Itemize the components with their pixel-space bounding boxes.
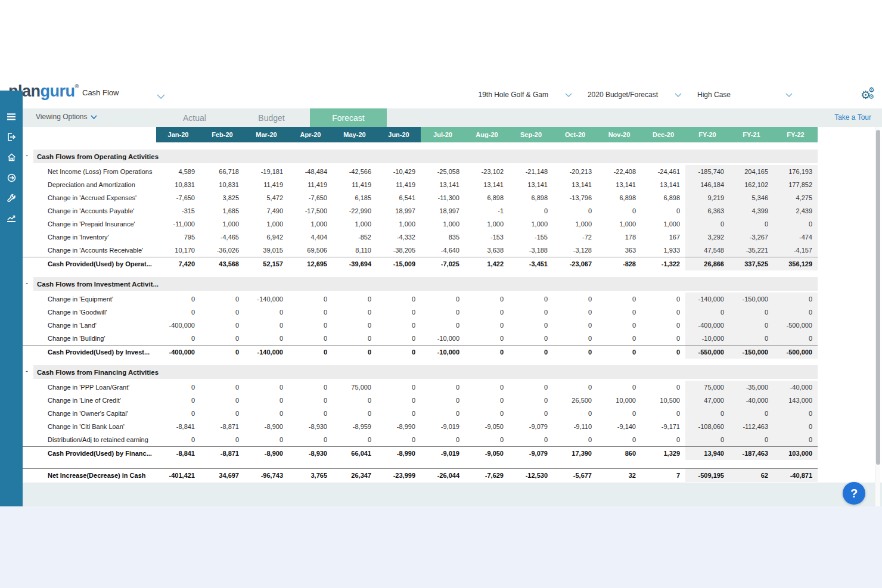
value-cell: -8,900	[244, 420, 288, 433]
column-header: Sep-20	[509, 127, 553, 142]
tab-budget[interactable]: Budget	[233, 108, 310, 127]
value-cell: 0	[774, 407, 818, 420]
value-cell: 0	[553, 407, 597, 420]
value-cell: 2,439	[774, 204, 818, 217]
value-cell: 47,000	[685, 394, 729, 407]
value-cell: 6,185	[333, 191, 377, 204]
sign-out-icon[interactable]	[0, 130, 23, 144]
value-cell: 69,506	[288, 244, 333, 257]
value-cell: 1,685	[200, 204, 244, 217]
table-row: Net Income (Loss) From Operations4,58966…	[23, 165, 818, 178]
value-cell: 143,000	[774, 394, 818, 407]
chevron-down-icon[interactable]	[785, 91, 793, 99]
table-row: Depreciation and Amortization10,83110,83…	[23, 178, 818, 191]
value-cell: -11,300	[421, 191, 465, 204]
value-cell: -9,079	[509, 420, 553, 433]
value-cell: -9,050	[465, 447, 509, 460]
top-bar-controls: 19th Hole Golf & Gam 2020 Budget/Forecas…	[479, 88, 878, 101]
value-cell: 0	[288, 319, 333, 332]
value-cell: 1,000	[333, 217, 377, 231]
value-cell: 1,329	[641, 447, 685, 460]
value-cell: 0	[244, 407, 288, 420]
value-cell: 0	[641, 407, 685, 420]
value-cell: -153	[465, 231, 509, 244]
value-cell: 0	[377, 394, 421, 407]
help-button[interactable]: ?	[843, 482, 865, 505]
row-label: Net Increase(Decrease) in Cash	[23, 472, 156, 479]
section-header-row: -Cash Flows from Investment Activit...	[23, 277, 818, 291]
value-cell: 0	[200, 433, 244, 446]
chevron-down-icon[interactable]	[675, 91, 682, 99]
value-cell: -35,221	[729, 244, 774, 257]
value-cell: 0	[553, 293, 597, 306]
value-cell: -852	[333, 231, 377, 244]
value-cell: 0	[156, 293, 200, 306]
value-cell: 4,399	[729, 204, 774, 217]
value-cell: -150,000	[729, 293, 774, 306]
viewing-options-dropdown[interactable]: Viewing Options	[36, 113, 97, 121]
value-cell: -7,650	[288, 191, 333, 204]
value-cell: -500,000	[774, 346, 818, 359]
value-cell: 0	[288, 433, 333, 446]
value-cell: 0	[509, 407, 553, 420]
row-label: Depreciation and Amortization	[23, 181, 156, 188]
table-row: Change in 'Line of Credit'00000000026,50…	[23, 394, 818, 407]
section-header-row: -Cash Flows from Operating Activities	[23, 150, 818, 163]
value-cell: -42,566	[333, 165, 377, 178]
value-cell: 0	[465, 306, 509, 319]
value-cell: 3,825	[200, 191, 244, 204]
value-cell: -112,463	[729, 420, 774, 433]
home-icon[interactable]	[0, 151, 23, 164]
chevron-down-icon[interactable]	[565, 91, 572, 99]
value-cell: 1,000	[641, 217, 685, 231]
value-cell: -3,128	[553, 244, 597, 257]
row-label: Change in 'Owner's Capital'	[23, 410, 156, 417]
collapse-toggle-icon[interactable]: -	[26, 151, 28, 160]
scrollbar-thumb[interactable]	[876, 130, 880, 465]
arrow-circle-right-icon[interactable]	[0, 171, 23, 184]
value-cell: -8,900	[244, 447, 288, 460]
value-cell: -9,110	[553, 420, 597, 433]
value-cell: 0	[465, 346, 509, 359]
value-cell: 34,697	[200, 469, 244, 482]
chart-line-icon[interactable]	[0, 211, 23, 225]
value-cell: -23,102	[465, 165, 509, 178]
value-cell: 9,219	[685, 191, 729, 204]
case-selector[interactable]: High Case	[697, 91, 731, 99]
section-title: Cash Flows from Financing Activities	[33, 369, 159, 376]
value-cell: 363	[597, 244, 641, 257]
value-cell: 0	[553, 204, 597, 217]
collapse-toggle-icon[interactable]: -	[26, 279, 28, 287]
value-cell: 0	[377, 407, 421, 420]
budget-selector[interactable]: 2020 Budget/Forecast	[588, 91, 658, 99]
value-cell: 0	[597, 332, 641, 345]
report-selector[interactable]: Cash Flow	[82, 88, 119, 97]
value-cell: -140,000	[244, 293, 288, 306]
menu-icon[interactable]	[0, 110, 23, 123]
wrench-icon[interactable]	[0, 191, 23, 204]
value-cell: -8,871	[200, 420, 244, 433]
value-cell: 0	[729, 306, 774, 319]
value-cell: 0	[333, 306, 377, 319]
collapse-toggle-icon[interactable]: -	[26, 367, 28, 375]
value-cell: -8,871	[200, 447, 244, 460]
value-cell: -20,213	[553, 165, 597, 178]
value-cell: 0	[156, 394, 200, 407]
company-selector[interactable]: 19th Hole Golf & Gam	[479, 91, 548, 99]
tab-actual[interactable]: Actual	[156, 108, 233, 127]
value-cell: 13,940	[685, 447, 729, 460]
table-row: Change in 'Equipment'00-140,000000000000…	[23, 293, 818, 306]
chevron-down-icon[interactable]	[157, 91, 165, 101]
value-cell: 0	[421, 433, 465, 446]
table-row: Change in 'Land'-400,00000000000000-400,…	[23, 319, 818, 332]
value-cell: -21,148	[509, 165, 553, 178]
value-cell: 0	[465, 407, 509, 420]
tab-bar: Viewing Options ActualBudgetForecast Tak…	[23, 108, 882, 127]
value-cell: 0	[729, 319, 774, 332]
settings-gears-icon[interactable]: ⚙⚙⚙	[859, 88, 877, 101]
tab-forecast[interactable]: Forecast	[310, 108, 387, 127]
value-cell: -8,841	[156, 420, 200, 433]
table-row: Cash Provided(Used) by Financ...-8,841-8…	[23, 446, 818, 460]
value-cell: 176,193	[774, 165, 818, 178]
take-a-tour-link[interactable]: Take a Tour	[834, 113, 871, 122]
